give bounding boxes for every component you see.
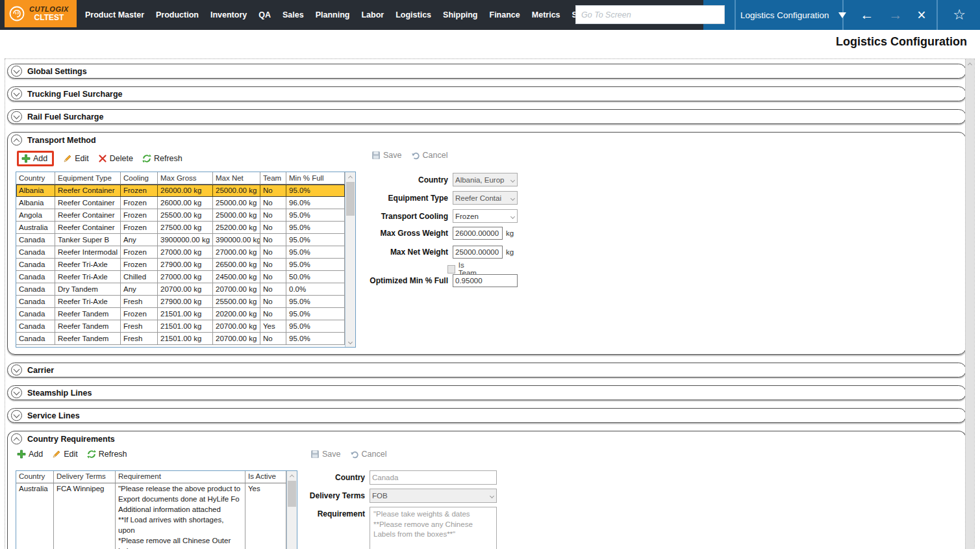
- table-row[interactable]: CanadaReefer Tri-AxleChilled27000.00 kg2…: [16, 271, 345, 283]
- transport-cooling-label: Transport Cooling: [367, 212, 448, 221]
- nav-item-logistics[interactable]: Logistics: [390, 10, 437, 19]
- nav-item-planning[interactable]: Planning: [310, 10, 356, 19]
- table-scrollbar[interactable]: [345, 172, 355, 347]
- table-row[interactable]: CanadaReefer TandemFrozen21501.00 kg2020…: [16, 308, 345, 320]
- table-cell: 95.0%: [286, 185, 345, 197]
- transport-cooling-dropdown[interactable]: Frozen: [453, 209, 518, 223]
- table-row[interactable]: CanadaReefer TandemFresh21501.00 kg20700…: [16, 333, 345, 345]
- table-row[interactable]: AlbaniaReefer ContainerFrozen26000.00 kg…: [16, 197, 345, 209]
- nav-item-inventory[interactable]: Inventory: [205, 10, 253, 19]
- table-row[interactable]: CanadaReefer TandemFresh21501.00 kg20700…: [16, 320, 345, 333]
- section-carrier[interactable]: Carrier: [7, 363, 966, 377]
- column-header[interactable]: Cooling: [121, 172, 158, 185]
- equipment-type-dropdown[interactable]: Reefer Contai: [453, 191, 518, 205]
- nav-item-product-master[interactable]: Product Master: [79, 10, 150, 19]
- scrollbar-thumb[interactable]: [346, 182, 355, 216]
- section-label: Trucking Fuel Surcharge: [27, 90, 123, 99]
- app-logo[interactable]: CUTLOGIX CLTEST: [5, 0, 77, 27]
- column-header[interactable]: Equipment Type: [55, 172, 121, 185]
- add-button[interactable]: Add: [17, 450, 43, 459]
- optimized-min-full-input[interactable]: [453, 274, 518, 287]
- collapse-chevron-icon[interactable]: [11, 134, 22, 146]
- collapse-chevron-icon[interactable]: [11, 433, 22, 444]
- nav-item-metrics[interactable]: Metrics: [526, 10, 566, 19]
- save-disk-icon: [371, 151, 381, 160]
- scroll-up-icon[interactable]: [966, 59, 974, 69]
- table-cell: Fresh: [121, 296, 158, 308]
- section-country-requirements[interactable]: Country Requirements: [11, 433, 115, 444]
- expand-chevron-icon[interactable]: [11, 410, 22, 421]
- table-cell: Frozen: [121, 308, 158, 320]
- nav-item-sales[interactable]: Sales: [277, 10, 310, 19]
- delete-button[interactable]: Delete: [98, 154, 133, 163]
- scroll-down-icon[interactable]: [346, 337, 355, 347]
- cancel-button[interactable]: Cancel: [350, 450, 387, 459]
- max-net-weight-input[interactable]: [453, 246, 503, 259]
- nav-item-qa[interactable]: QA: [253, 10, 277, 19]
- delivery-terms-dropdown[interactable]: FOB: [370, 489, 497, 503]
- table-cell: 21501.00 kg: [158, 308, 213, 320]
- screen-selector-dropdown[interactable]: Logistics Configuration: [740, 0, 846, 30]
- section-service-lines[interactable]: Service Lines: [7, 408, 966, 423]
- table-row[interactable]: AustraliaFCA Winnipeg"Please release the…: [16, 483, 286, 549]
- section-global-settings[interactable]: Global Settings: [7, 64, 966, 79]
- column-header[interactable]: Max Gross: [158, 172, 213, 185]
- go-to-screen-input[interactable]: [575, 5, 725, 24]
- back-button[interactable]: ←: [852, 0, 882, 30]
- section-rail-fuel-surcharge[interactable]: Rail Fuel Surcharge: [7, 109, 966, 124]
- table-row[interactable]: CanadaDry TandemAny20700.00 kg20700.00 k…: [16, 283, 345, 296]
- nav-item-finance[interactable]: Finance: [484, 10, 526, 19]
- favorite-star-button[interactable]: ☆: [943, 0, 975, 30]
- refresh-button[interactable]: Refresh: [87, 450, 127, 459]
- table-row[interactable]: CanadaReefer Tri-AxleFresh27900.00 kg255…: [16, 296, 345, 308]
- scroll-up-icon[interactable]: [287, 471, 297, 481]
- close-screen-button[interactable]: ×: [908, 0, 935, 30]
- table-row[interactable]: AlbaniaReefer ContainerFrozen26000.00 kg…: [16, 185, 345, 197]
- edit-button[interactable]: Edit: [63, 154, 89, 163]
- max-gross-weight-input[interactable]: [453, 227, 503, 240]
- scroll-up-icon[interactable]: [346, 172, 355, 182]
- expand-chevron-icon[interactable]: [11, 66, 22, 77]
- column-header[interactable]: Requirement: [116, 471, 245, 483]
- scrollbar-thumb[interactable]: [288, 481, 296, 507]
- table-row[interactable]: CanadaTanker Super BAny3900000.00 kg3900…: [16, 234, 345, 246]
- add-button[interactable]: Add: [21, 154, 47, 163]
- column-header[interactable]: Country: [16, 172, 55, 185]
- nav-item-labor[interactable]: Labor: [355, 10, 390, 19]
- table-cell: 96.0%: [286, 197, 345, 209]
- section-trucking-fuel-surcharge[interactable]: Trucking Fuel Surcharge: [7, 86, 966, 101]
- expand-chevron-icon[interactable]: [11, 88, 22, 99]
- column-header[interactable]: Team: [260, 172, 286, 185]
- forward-button[interactable]: →: [881, 0, 911, 30]
- expand-chevron-icon[interactable]: [11, 387, 22, 398]
- nav-item-shipping[interactable]: Shipping: [437, 10, 483, 19]
- country-dropdown[interactable]: Albania, Europ: [453, 173, 518, 186]
- nav-item-production[interactable]: Production: [150, 10, 205, 19]
- table-row[interactable]: CanadaReefer Tri-AxleFrozen27900.00 kg26…: [16, 259, 345, 271]
- table-scrollbar[interactable]: [286, 471, 297, 549]
- refresh-button[interactable]: Refresh: [142, 154, 182, 163]
- country-input[interactable]: [370, 470, 497, 485]
- table-cell: 25000.00 kg: [213, 185, 260, 197]
- save-button[interactable]: Save: [310, 450, 341, 459]
- table-row[interactable]: AustraliaReefer ContainerFrozen27500.00 …: [16, 222, 345, 234]
- table-cell: Chilled: [121, 271, 158, 283]
- page-scrollbar[interactable]: [965, 59, 974, 549]
- column-header[interactable]: Country: [16, 471, 54, 483]
- table-row[interactable]: AngolaReefer ContainerFrozen25500.00 kg2…: [16, 209, 345, 222]
- save-button[interactable]: Save: [371, 151, 402, 160]
- column-header[interactable]: Max Net: [213, 172, 260, 185]
- cancel-button[interactable]: Cancel: [411, 151, 448, 160]
- edit-button[interactable]: Edit: [52, 450, 78, 459]
- table-row[interactable]: CanadaReefer IntermodalFrozen27000.00 kg…: [16, 246, 345, 259]
- table-cell: No: [260, 296, 286, 308]
- section-transport-method[interactable]: Transport Method: [11, 134, 96, 146]
- expand-chevron-icon[interactable]: [11, 364, 22, 376]
- requirement-textarea[interactable]: "Please take weights & dates **Please re…: [370, 507, 497, 549]
- column-header[interactable]: Is Active: [245, 471, 286, 483]
- is-team-checkbox[interactable]: [447, 265, 455, 274]
- expand-chevron-icon[interactable]: [11, 111, 22, 122]
- column-header[interactable]: Min % Full: [286, 172, 345, 185]
- column-header[interactable]: Delivery Terms: [54, 471, 116, 483]
- section-steamship-lines[interactable]: Steamship Lines: [7, 385, 966, 400]
